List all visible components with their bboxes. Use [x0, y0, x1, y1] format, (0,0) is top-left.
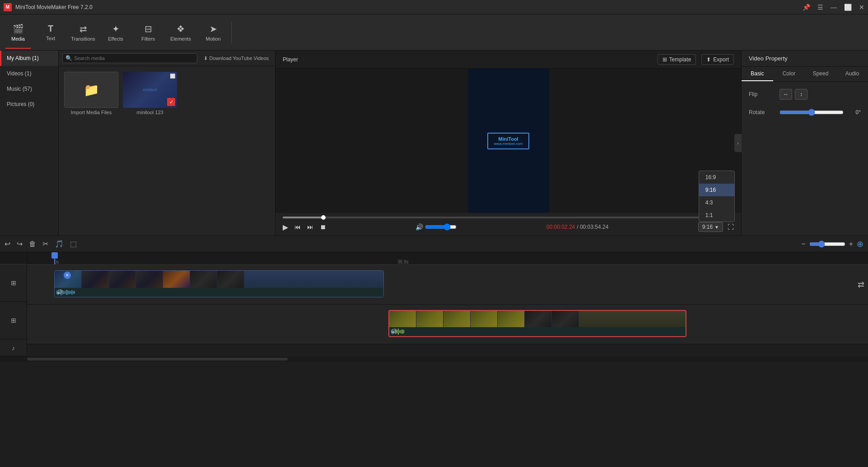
- player-viewport: MiniTool www.minitool.com: [275, 69, 741, 213]
- zoom-slider[interactable]: [809, 240, 845, 248]
- tab-basic[interactable]: Basic: [742, 67, 773, 81]
- media-item-minitool[interactable]: ⬜ minitool ✓ minitool 123: [123, 72, 177, 230]
- clip-thumb-s4: [471, 311, 498, 327]
- volume-icon[interactable]: 🔊: [415, 223, 423, 231]
- video-clip-secondary[interactable]: 🔊: [388, 310, 686, 337]
- ar-option-16-9[interactable]: 16:9: [699, 171, 734, 184]
- skip-forward-btn[interactable]: ⏭: [307, 223, 313, 231]
- toolbar-transitions-label: Transitions: [71, 36, 95, 42]
- tab-speed[interactable]: Speed: [805, 67, 836, 81]
- album-item-music[interactable]: Music (57): [0, 81, 58, 97]
- template-btn[interactable]: ⊞ Template: [658, 54, 696, 65]
- toolbar-media[interactable]: 🎬 Media: [2, 16, 34, 49]
- delete-btn[interactable]: 🗑: [29, 240, 36, 248]
- redo-btn[interactable]: ↪: [17, 240, 23, 248]
- crop-btn[interactable]: ⬚: [70, 240, 77, 248]
- progress-dot[interactable]: [321, 215, 326, 220]
- progress-fill: [283, 217, 323, 218]
- album-item-pictures[interactable]: Pictures (0): [0, 97, 58, 112]
- volume-slider[interactable]: [425, 223, 457, 231]
- wave-bar: [401, 330, 401, 333]
- toolbar-divider: [231, 22, 232, 43]
- album-item-myalbum[interactable]: My Album (1): [0, 51, 58, 66]
- split-btn[interactable]: ✂: [42, 240, 48, 248]
- close-btn[interactable]: ✕: [859, 4, 864, 11]
- video-thumb[interactable]: ⬜ minitool ✓: [123, 72, 177, 108]
- app-logo: M: [4, 3, 12, 11]
- clip-thumb-s6: [525, 311, 552, 327]
- menu-icon[interactable]: ☰: [817, 4, 823, 11]
- toolbar-transitions[interactable]: ⇄ Transitions: [67, 16, 99, 49]
- ar-option-1-1[interactable]: 1:1: [699, 209, 734, 222]
- ar-option-9-16[interactable]: 9:16: [699, 184, 734, 196]
- add-track-btn[interactable]: ⊕: [857, 239, 863, 249]
- add-track2-icon[interactable]: ⊞: [11, 317, 16, 324]
- wave-bar: [403, 330, 404, 333]
- import-media-item[interactable]: 📁 Import Media Files: [64, 72, 118, 230]
- track-label-1: ⊞: [0, 264, 27, 302]
- search-input[interactable]: [74, 55, 194, 61]
- video-property-header: Video Property: [742, 51, 868, 67]
- export-icon: ⬆: [706, 56, 711, 63]
- maximize-btn[interactable]: ⬜: [844, 4, 852, 11]
- audio-btn[interactable]: 🎵: [55, 240, 64, 248]
- import-thumb[interactable]: 📁: [64, 72, 118, 108]
- toolbar-filters-label: Filters: [141, 36, 155, 42]
- wave-bar: [74, 291, 75, 294]
- tab-audio[interactable]: Audio: [836, 67, 868, 81]
- minimize-btn[interactable]: —: [831, 4, 837, 11]
- download-youtube-btn[interactable]: ⬇ Download YouTube Videos: [201, 54, 272, 63]
- timeline-scrollbar[interactable]: [0, 356, 868, 362]
- undo-btn[interactable]: ↩: [5, 240, 10, 248]
- video-clip-main[interactable]: 🔊 ✕: [54, 270, 384, 297]
- progress-bar[interactable]: [283, 217, 734, 218]
- flip-horizontal-btn[interactable]: ↔: [779, 89, 792, 100]
- elements-icon: ❖: [177, 23, 185, 34]
- aspect-ratio-dropdown: 16:9 9:16 4:3 1:1: [699, 171, 735, 222]
- toolbar-text[interactable]: T Text: [34, 16, 67, 49]
- export-btn[interactable]: ⬆ Export: [701, 54, 734, 65]
- collapse-panel-btn[interactable]: ›: [734, 134, 742, 152]
- progress-bar-wrap[interactable]: [283, 217, 734, 218]
- template-icon: ⊞: [663, 56, 667, 63]
- flip-v-icon: ↕: [800, 91, 803, 97]
- flip-row: Flip ↔ ↕: [749, 89, 861, 100]
- aspect-ratio-btn[interactable]: 9:16 ▼ 16:9 9:16 4:3 1:1: [698, 222, 723, 232]
- playhead[interactable]: [54, 252, 55, 264]
- toolbar-effects[interactable]: ✦ Effects: [99, 16, 132, 49]
- clip-mute-btn-2[interactable]: 🔊: [391, 328, 397, 334]
- video-property-tabs: Basic Color Speed Audio: [742, 67, 868, 82]
- pin-icon[interactable]: 📌: [803, 4, 810, 11]
- clip-thumb-s1: [389, 311, 416, 327]
- timeline-ruler: 0s 38.9s: [27, 252, 868, 265]
- media-grid: 📁 Import Media Files ⬜ minitool: [59, 66, 275, 236]
- ar-option-4-3[interactable]: 4:3: [699, 196, 734, 209]
- play-btn[interactable]: ▶: [283, 223, 288, 231]
- zoom-in-icon[interactable]: +: [849, 240, 853, 248]
- add-to-timeline-icon[interactable]: ⊞: [11, 279, 16, 287]
- toolbar-elements[interactable]: ❖ Elements: [164, 16, 197, 49]
- zoom-out-icon[interactable]: −: [801, 240, 805, 248]
- timeline-tracks: 0s 38.9s: [27, 252, 868, 356]
- toolbar-effects-label: Effects: [108, 36, 123, 42]
- search-box[interactable]: 🔍: [62, 53, 197, 63]
- album-item-videos[interactable]: Videos (1): [0, 66, 58, 81]
- video-selected-check: ✓: [167, 98, 175, 106]
- fullscreen-btn[interactable]: ⛶: [728, 223, 734, 231]
- clip-thumbnails: [55, 271, 383, 288]
- rotate-value: 0°: [847, 109, 861, 116]
- download-label: Download YouTube Videos: [210, 55, 269, 61]
- clip-audio-wave: [55, 288, 383, 297]
- clip-mute-btn[interactable]: 🔊: [56, 289, 63, 295]
- skip-back-btn[interactable]: ⏮: [294, 223, 301, 231]
- stop-btn[interactable]: ⏹: [320, 223, 326, 231]
- main-content: My Album (1) Videos (1) Music (57) Pictu…: [0, 51, 868, 236]
- toolbar-filters[interactable]: ⊟ Filters: [132, 16, 164, 49]
- rotate-slider[interactable]: [779, 109, 844, 116]
- media-area: 🔍 ⬇ Download YouTube Videos 📁: [59, 51, 275, 236]
- tab-color[interactable]: Color: [773, 67, 805, 81]
- clip-audio-wave-2: [389, 327, 686, 336]
- track-swap-btn[interactable]: ⇄: [858, 280, 864, 290]
- toolbar-motion[interactable]: ➤ Motion: [197, 16, 229, 49]
- flip-vertical-btn[interactable]: ↕: [795, 89, 807, 100]
